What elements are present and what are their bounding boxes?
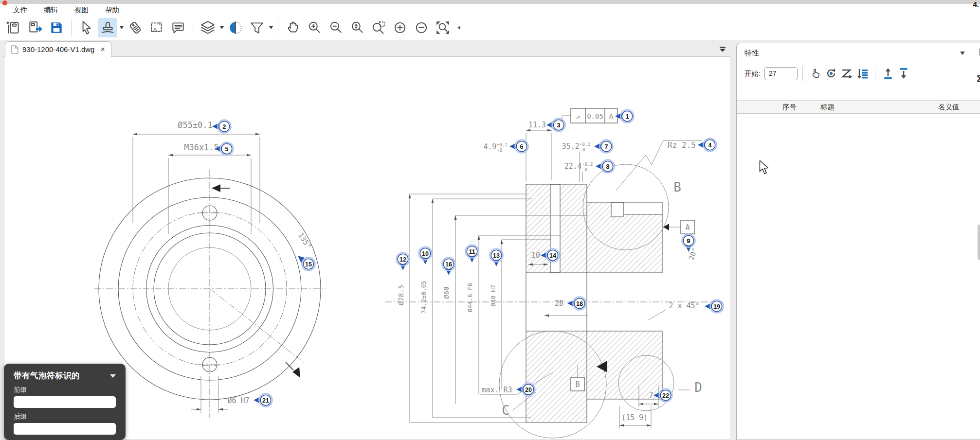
dim-label: B bbox=[673, 180, 681, 194]
mouse-cursor bbox=[759, 160, 770, 175]
comment-icon[interactable] bbox=[168, 18, 188, 37]
dim-label: D bbox=[694, 380, 702, 395]
filter-icon[interactable] bbox=[247, 18, 267, 37]
dim-label: C bbox=[502, 403, 509, 418]
z-order-icon[interactable] bbox=[839, 66, 854, 81]
tab-close-icon[interactable]: × bbox=[100, 45, 105, 54]
menu-edit[interactable]: 编辑 bbox=[37, 4, 64, 16]
balloon-18[interactable]: 18 bbox=[567, 297, 586, 310]
table-header: 序号 标题 名义值 bbox=[737, 100, 980, 114]
zoom-window-icon[interactable] bbox=[369, 18, 388, 37]
svg-text:1: 1 bbox=[626, 113, 629, 120]
zoom-in-icon[interactable] bbox=[305, 18, 324, 37]
svg-text:11: 11 bbox=[469, 248, 475, 255]
sort-list-icon[interactable] bbox=[854, 66, 870, 81]
balloon-16[interactable]: 16 bbox=[442, 258, 455, 276]
toolbar-collapse-icon[interactable] bbox=[457, 26, 460, 30]
properties-panel-collapse-icon[interactable] bbox=[960, 52, 965, 55]
balloon-11[interactable]: 11 bbox=[466, 245, 479, 263]
svg-text:6: 6 bbox=[520, 143, 524, 150]
balloon-1[interactable]: 1 bbox=[615, 110, 634, 123]
svg-text:14: 14 bbox=[549, 252, 556, 259]
select-cursor-icon[interactable] bbox=[76, 18, 96, 37]
svg-text:3: 3 bbox=[557, 122, 561, 129]
tag-icon[interactable] bbox=[126, 18, 145, 37]
start-number-input[interactable] bbox=[764, 67, 798, 80]
open-document-icon[interactable] bbox=[25, 18, 45, 37]
balloon-15[interactable]: 15 bbox=[298, 256, 315, 271]
titlebar bbox=[0, 0, 980, 4]
save-icon[interactable] bbox=[47, 18, 66, 37]
svg-text:16: 16 bbox=[445, 261, 452, 268]
section-view bbox=[385, 116, 723, 438]
fcf-symbol: ↗ bbox=[576, 112, 581, 121]
dim-label: max. R3 bbox=[481, 386, 512, 394]
menu-view[interactable]: 视图 bbox=[68, 4, 95, 16]
balloon-stamp-icon[interactable] bbox=[98, 18, 117, 37]
dim-label: (15 9) bbox=[621, 413, 648, 422]
split-view-icon[interactable] bbox=[226, 18, 245, 37]
column-header-nominal[interactable]: 名义值 bbox=[934, 103, 980, 112]
zoom-fit-icon[interactable] bbox=[433, 18, 453, 37]
zoom-out-icon[interactable] bbox=[326, 18, 345, 37]
svg-text:21: 21 bbox=[262, 397, 269, 404]
fcf-datum-ref: A bbox=[609, 112, 614, 120]
dim-label: 35.2+0.2-0 bbox=[562, 141, 591, 152]
balloon-21[interactable]: 21 bbox=[254, 394, 272, 407]
tab-label: 930-1200-406-V1.dwg bbox=[22, 45, 94, 53]
svg-text:8: 8 bbox=[606, 163, 610, 170]
svg-text:B: B bbox=[575, 380, 580, 389]
balloon-7[interactable]: 7 bbox=[594, 140, 613, 153]
work-area: 930-1200-406-V1.dwg × bbox=[0, 40, 980, 440]
svg-text:A: A bbox=[154, 26, 157, 32]
dim-label: 22.4+0.2-0 bbox=[564, 161, 593, 172]
properties-table: 序号 标题 名义值 bbox=[737, 100, 980, 114]
balloon-13[interactable]: 13 bbox=[490, 249, 503, 267]
menu-help[interactable]: 帮助 bbox=[99, 4, 126, 16]
svg-text:5: 5 bbox=[225, 146, 229, 153]
magnify-decrease-icon[interactable] bbox=[412, 18, 431, 37]
pointer-hand-icon[interactable] bbox=[808, 66, 823, 81]
sum-icon[interactable]: Σ bbox=[977, 73, 980, 84]
layers-icon[interactable] bbox=[198, 18, 218, 37]
new-document-icon[interactable] bbox=[4, 18, 23, 37]
layers-dropdown-icon[interactable] bbox=[220, 26, 224, 29]
datum-b-box: B bbox=[571, 377, 584, 391]
tabstrip-collapse-icon[interactable] bbox=[719, 46, 726, 53]
document-tab[interactable]: 930-1200-406-V1.dwg × bbox=[5, 41, 111, 57]
svg-text:22: 22 bbox=[662, 392, 669, 399]
balloon-3[interactable]: 3 bbox=[546, 119, 565, 132]
balloon-10[interactable]: 10 bbox=[419, 247, 432, 265]
balloon-20[interactable]: 20 bbox=[516, 383, 535, 396]
dim-label: Ø60 bbox=[442, 286, 450, 299]
dim-label: Ø44.6 F8 bbox=[466, 283, 473, 312]
filter-dropdown-icon[interactable] bbox=[269, 26, 273, 29]
svg-text:4: 4 bbox=[708, 142, 712, 149]
menu-file[interactable]: 文件 bbox=[7, 4, 34, 16]
balloon-12[interactable]: 12 bbox=[397, 253, 410, 271]
prefix-label: 前缀 bbox=[14, 386, 116, 394]
renumber-rotate-icon[interactable] bbox=[823, 66, 839, 81]
toolbar: A 1 bbox=[0, 16, 980, 40]
column-header-index[interactable]: 序号 bbox=[775, 103, 815, 112]
balloon-stamp-dropdown-icon[interactable] bbox=[120, 26, 124, 29]
document-icon bbox=[11, 45, 18, 54]
suffix-input[interactable] bbox=[14, 423, 116, 435]
balloon-2[interactable]: 2 bbox=[212, 120, 231, 133]
pan-hand-icon[interactable] bbox=[283, 18, 303, 37]
balloon-6[interactable]: 6 bbox=[509, 140, 528, 153]
column-header-title[interactable]: 标题 bbox=[815, 103, 918, 112]
zoom-dynamic-icon[interactable] bbox=[347, 18, 367, 37]
feature-control-frame: ↗ 0.05 A bbox=[571, 108, 617, 123]
move-bottom-icon[interactable] bbox=[896, 66, 911, 81]
balloon-8[interactable]: 8 bbox=[596, 160, 615, 173]
move-top-icon[interactable] bbox=[880, 66, 896, 81]
scrollbar-thumb[interactable] bbox=[978, 225, 980, 260]
svg-text:10: 10 bbox=[422, 250, 429, 257]
magnify-increase-icon[interactable] bbox=[390, 18, 410, 37]
region-select-icon[interactable]: A 1 bbox=[147, 18, 166, 37]
prefix-input[interactable] bbox=[14, 396, 116, 408]
svg-text:2: 2 bbox=[223, 123, 226, 130]
dim-label: Ø40 H7 bbox=[490, 284, 497, 306]
balloon-panel-collapse-icon[interactable] bbox=[110, 374, 116, 378]
